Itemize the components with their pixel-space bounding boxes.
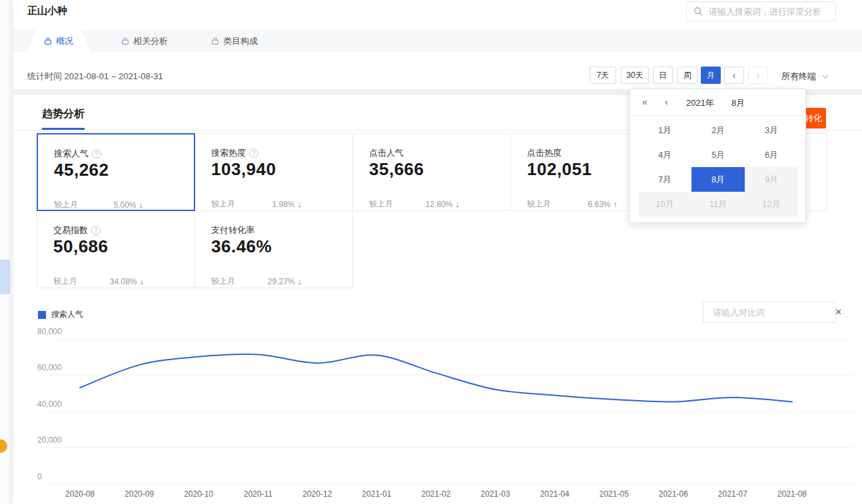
help-icon[interactable]: ? [249, 148, 258, 158]
arrow-down-icon: ↓ [298, 199, 302, 209]
sidebar-highlight-item[interactable] [0, 260, 10, 294]
arrow-down-icon: ↓ [298, 276, 302, 286]
month-cell[interactable]: 1月 [638, 118, 691, 142]
y-tick-label: 60,000 [37, 363, 62, 372]
x-tick-label: 2021-03 [481, 489, 510, 499]
floating-badge[interactable] [0, 439, 7, 453]
metric-change: 12.80%↓ [426, 198, 460, 210]
range-30d-button[interactable]: 30天 [621, 67, 649, 84]
x-tick-label: 2021-06 [659, 489, 688, 499]
tab-category-label: 类目构成 [223, 35, 258, 47]
terminal-label: 所有终端 [781, 71, 816, 83]
metric-card-search-popularity[interactable]: 搜索人气 ? 45,262 较上月 5.00%↓ [37, 133, 195, 211]
tab-category-composition[interactable]: 类目构成 [211, 30, 258, 52]
metric-change: 6.63%↑ [588, 198, 618, 210]
month-cell: 10月 [638, 192, 691, 216]
arrow-down-icon: ↓ [140, 276, 145, 286]
stats-bar: 统计时间 2021-08-01 ~ 2021-08-31 7天 30天 日 周 … [13, 52, 862, 90]
help-icon[interactable]: ? [92, 149, 101, 158]
terminal-dropdown[interactable]: 所有终端 [781, 71, 829, 83]
x-tick-label: 2020-10 [184, 489, 213, 499]
bag-icon [44, 37, 52, 45]
prev-year-icon[interactable]: « [642, 97, 647, 107]
month-picker-popup: « ‹ 2021年 8月 1月2月3月4月5月6月7月8月9月10月11月12月 [630, 89, 806, 223]
compare-label: 较上月 [211, 276, 235, 287]
y-tick-label: 40,000 [37, 399, 62, 409]
metric-change: 29.27%↓ [268, 276, 302, 287]
granularity-day-button[interactable]: 日 [653, 67, 673, 84]
picker-year-label[interactable]: 2021年 [686, 97, 714, 109]
compare-word-box[interactable]: × [703, 302, 836, 323]
month-cell[interactable]: 3月 [745, 118, 798, 142]
metric-change: 34.08%↓ [110, 276, 144, 287]
page-title: 正山小种 [27, 5, 67, 17]
metric-label: 搜索热度 ? [211, 147, 258, 159]
metric-card-transaction-index[interactable]: 交易指数 ? 50,686 较上月 34.08%↓ [37, 210, 195, 288]
tab-related-label: 相关分析 [133, 35, 168, 47]
close-icon[interactable]: × [835, 307, 841, 318]
bag-icon [211, 37, 219, 45]
tab-overview-label: 概况 [56, 35, 73, 47]
metric-label: 点击热度 [527, 147, 562, 159]
arrow-up-icon: ↑ [614, 199, 618, 209]
search-popularity-line [80, 354, 792, 402]
range-7d-button[interactable]: 7天 [590, 67, 616, 84]
month-cell: 12月 [745, 192, 798, 216]
trend-section-title[interactable]: 趋势分析 [42, 107, 85, 121]
next-period-button: › [748, 67, 768, 84]
background-page-sliver [0, 0, 13, 504]
x-tick-label: 2021-04 [540, 489, 570, 499]
main-panel: 正山小种 概况 相关分析 [13, 0, 862, 504]
x-tick-label: 2021-02 [421, 489, 450, 499]
metric-label: 搜索人气 ? [54, 148, 101, 160]
month-cell[interactable]: 7月 [638, 167, 691, 192]
legend-label: 搜索人气 [51, 309, 83, 320]
legend-swatch [38, 311, 46, 319]
compare-label: 较上月 [527, 198, 551, 210]
compare-label: 较上月 [54, 199, 78, 210]
prev-month-icon[interactable]: ‹ [665, 97, 668, 107]
chevron-down-icon [822, 75, 829, 79]
metric-card-search-heat[interactable]: 搜索热度 ? 103,940 较上月 1.98%↓ [195, 133, 353, 211]
metric-value: 36.46% [211, 236, 272, 257]
metric-card-payment-conversion[interactable]: 支付转化率 36.46% 较上月 29.27%↓ [195, 210, 353, 288]
x-tick-label: 2021-01 [362, 489, 391, 499]
month-cell[interactable]: 5月 [691, 142, 745, 167]
y-gridline [50, 375, 854, 376]
metric-value: 102,051 [527, 159, 592, 180]
compare-label: 较上月 [211, 198, 235, 210]
keyword-search-box[interactable] [686, 1, 836, 21]
metric-label: 支付转化率 [211, 224, 254, 236]
granularity-week-button[interactable]: 周 [677, 67, 697, 84]
metric-label: 交易指数 ? [53, 224, 101, 236]
y-gridline [50, 339, 854, 340]
tab-overview[interactable]: 概况 [27, 30, 91, 52]
x-tick-label: 2020-12 [302, 489, 332, 499]
tab-related-analysis[interactable]: 相关分析 [121, 30, 168, 52]
prev-period-button[interactable]: ‹ [724, 67, 744, 84]
metric-value: 45,262 [54, 160, 109, 180]
x-tick-label: 2021-08 [777, 489, 807, 499]
metric-value: 50,686 [53, 236, 109, 257]
header-row: 正山小种 [13, 0, 862, 30]
metric-card-click-popularity[interactable]: 点击人气 35,666 较上月 12.80%↓ [352, 133, 511, 211]
compare-word-input[interactable] [711, 307, 831, 318]
tab-strip: 概况 相关分析 类目构成 [13, 30, 862, 52]
metric-change: 5.00%↓ [113, 199, 143, 210]
y-tick-label: 20,000 [37, 435, 62, 445]
x-tick-label: 2021-05 [600, 489, 629, 499]
arrow-down-icon: ↓ [139, 200, 144, 210]
x-tick-label: 2020-09 [125, 489, 154, 499]
month-cell[interactable]: 2月 [691, 118, 745, 142]
month-cell[interactable]: 8月 [691, 167, 745, 192]
picker-month-label[interactable]: 8月 [731, 97, 745, 109]
metric-value: 35,666 [369, 159, 424, 180]
search-input[interactable] [707, 6, 829, 17]
chart-legend: 搜索人气 [38, 309, 83, 320]
granularity-month-button[interactable]: 月 [701, 67, 721, 84]
help-icon[interactable]: ? [91, 226, 101, 235]
month-cell[interactable]: 6月 [745, 142, 798, 167]
month-cell[interactable]: 4月 [638, 142, 691, 167]
y-gridline [50, 411, 854, 412]
bag-icon [121, 37, 129, 45]
